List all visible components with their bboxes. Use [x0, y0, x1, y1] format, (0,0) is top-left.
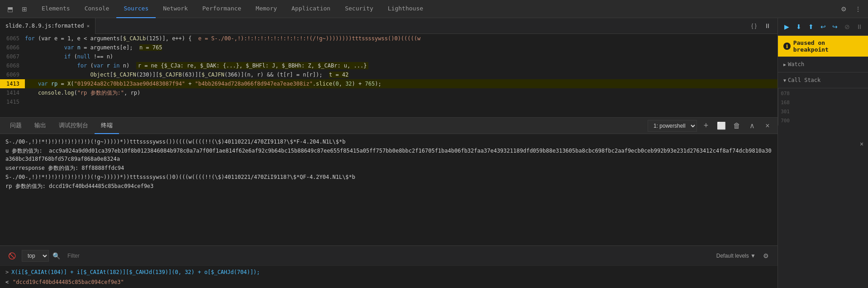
format-icon[interactable]: { }	[748, 19, 760, 32]
terminal-line-3: userresponse 参数的值为: 8ff8888ffdc94	[5, 164, 772, 172]
code-line-1414: 1414 console.log("rp 参数的值为:", rp)	[0, 88, 777, 97]
settings-icon[interactable]: ⚙	[837, 3, 850, 15]
tab-issues[interactable]: 问题	[4, 118, 28, 134]
watch-chevron: ▶	[783, 62, 786, 67]
step-into-button[interactable]: ⬆	[806, 21, 816, 33]
expression-result: "dccd19cf40bd44485c85bac094cef9e3"	[13, 279, 124, 285]
code-lines: 6065 for (var e = 1, e < arguments[$_CAJ…	[0, 34, 777, 117]
tab-elements[interactable]: Elements	[34, 0, 77, 18]
code-area: slide.7.8.9.js:formatted × { } ⏸ 6065 fo…	[0, 18, 777, 288]
more-options-icon[interactable]: ⋮	[852, 3, 864, 15]
expression-input-line: > X(i[$_CAIAt(104)] + i[$_CAIAt(182)][$_…	[0, 265, 777, 278]
terminal-line-1: S-./00-,!)!*!)!)!)!)!)!)!)(!g~)))))*))tt…	[5, 138, 772, 146]
main-tabs: Elements Console Sources Network Perform…	[34, 0, 837, 18]
tab-performance[interactable]: Performance	[195, 0, 248, 18]
tab-output[interactable]: 输出	[28, 118, 52, 134]
tab-application[interactable]: Application	[284, 0, 338, 18]
dock-icon[interactable]: ⬒	[4, 3, 16, 15]
console-panel: 问题 输出 调试控制台 终端 1: powershell + ⬜ 🗑 ∧ × S…	[0, 118, 777, 288]
terminal-line-2: u 参数的值为: acc9a024a9d0d01ca397eb10f8b0123…	[5, 147, 772, 163]
right-gutter-numbers: 078 168 301 700	[778, 88, 792, 125]
breakpoint-status: ℹ Paused on breakpoint	[778, 36, 868, 57]
tab-terminal[interactable]: 终端	[95, 118, 119, 134]
levels-button[interactable]: Default levels ▼	[716, 253, 756, 259]
resume-button[interactable]: ▶	[782, 21, 792, 33]
terminal-select[interactable]: 1: powershell	[648, 120, 697, 132]
console-tab-bar: 问题 输出 调试控制台 终端 1: powershell + ⬜ 🗑 ∧ ×	[0, 118, 777, 134]
code-line-6069: 6069 Object[$_CAJFN(230)][$_CAJFB(63)][$…	[0, 70, 777, 79]
context-select[interactable]: top	[22, 250, 49, 262]
tab-console[interactable]: Console	[77, 0, 117, 18]
tab-memory[interactable]: Memory	[248, 0, 284, 18]
deactivate-breakpoints-icon[interactable]: ⊘	[842, 21, 853, 33]
tab-debug-console[interactable]: 调试控制台	[52, 118, 95, 134]
step-button[interactable]: ↪	[830, 21, 840, 33]
split-terminal-icon[interactable]: ⬜	[715, 120, 728, 132]
pause-on-exceptions-icon[interactable]: ⏸	[854, 21, 864, 33]
gutter-num-3: 301	[778, 107, 792, 116]
horizontal-scrollbar[interactable]	[0, 117, 777, 118]
watch-section: ▶ Watch	[778, 57, 868, 72]
clear-console-icon[interactable]: 🚫	[5, 250, 18, 262]
console-input-bar: 🚫 top 🔍 Default levels ▼ ⚙	[0, 245, 777, 265]
layout-icon[interactable]: ⊞	[18, 3, 31, 15]
right-panel: ▶ ⬇ ⬆ ↩ ↪ ⊘ ⏸ ℹ Paused on breakpoint ▶ W…	[777, 18, 868, 288]
terminal-line-4: S-./00-,!)!*!)!)!)!)!)!)!)(!g~)))))*))tt…	[5, 173, 772, 181]
source-filename: slide.7.8.9.js:formatted	[5, 23, 84, 29]
info-icon: ℹ	[783, 43, 791, 50]
tab-lighthouse[interactable]: Lighthouse	[381, 0, 430, 18]
terminal-actions: 1: powershell + ⬜ 🗑 ∧ ×	[648, 120, 774, 132]
watch-header[interactable]: ▶ Watch	[783, 59, 863, 69]
code-line-6065: 6065 for (var e = 1, e < arguments[$_CAJ…	[0, 34, 777, 43]
expression-content: X(i[$_CAIAt(104)] + i[$_CAIAt(182)][$_CA…	[11, 269, 260, 275]
filter-icon: 🔍	[52, 252, 60, 259]
gutter-num-1: 078	[778, 89, 792, 98]
main-layout: slide.7.8.9.js:formatted × { } ⏸ 6065 fo…	[0, 18, 868, 288]
callstack-chevron: ▼	[783, 78, 786, 83]
tab-sources[interactable]: Sources	[116, 0, 156, 18]
add-terminal-icon[interactable]: +	[700, 120, 712, 132]
source-file-tab[interactable]: slide.7.8.9.js:formatted ×	[0, 18, 95, 34]
filter-input[interactable]	[64, 253, 713, 259]
scrollbar-thumb[interactable]	[36, 117, 118, 118]
code-line-1415: 1415	[0, 97, 777, 106]
topbar-right: ⚙ ⋮	[837, 3, 864, 15]
source-tab-bar: slide.7.8.9.js:formatted × { } ⏸	[0, 18, 777, 34]
debug-toolbar: ▶ ⬇ ⬆ ↩ ↪ ⊘ ⏸	[778, 18, 868, 36]
right-edge-actions: ×	[855, 138, 868, 150]
gutter-num-4: 700	[778, 116, 792, 125]
terminal-up-icon[interactable]: ∧	[746, 120, 758, 132]
paused-label: Paused on breakpoint	[793, 39, 863, 53]
terminal-close-icon[interactable]: ×	[761, 120, 774, 132]
code-line-1413: 1413 var rp = X("019924a82c70bb123aae90d…	[0, 79, 777, 88]
close-tab-icon[interactable]: ×	[86, 23, 90, 29]
code-line-6068: 6068 for (var r in n) r = ne {$_CJa: re,…	[0, 61, 777, 70]
watch-label: Watch	[788, 61, 804, 67]
terminal-line-5: rp 参数的值为: dccd19cf40bd44485c85bac094cef9…	[5, 182, 772, 190]
gutter-num-2: 168	[778, 98, 792, 107]
source-tab-actions: { } ⏸	[748, 19, 777, 32]
code-line-6067: 6067 if (null !== n)	[0, 52, 777, 61]
callstack-label: Call Stack	[788, 77, 820, 83]
step-over-button[interactable]: ⬇	[794, 21, 804, 33]
expression-result-line: < "dccd19cf40bd44485c85bac094cef9e3"	[0, 278, 777, 288]
expression-prompt: >	[5, 269, 9, 275]
devtools-icons: ⬒ ⊞	[4, 3, 31, 15]
close-right-panel-icon[interactable]: ×	[855, 138, 868, 150]
delete-terminal-icon[interactable]: 🗑	[730, 120, 743, 132]
callstack-section: ▼ Call Stack	[778, 72, 868, 88]
code-editor: 6065 for (var e = 1, e < arguments[$_CAJ…	[0, 34, 777, 118]
pause-icon[interactable]: ⏸	[761, 19, 774, 32]
terminal-output: S-./00-,!)!*!)!)!)!)!)!)!)(!g~)))))*))tt…	[0, 134, 777, 245]
step-out-button[interactable]: ↩	[818, 21, 828, 33]
tab-security[interactable]: Security	[338, 0, 381, 18]
tab-network[interactable]: Network	[156, 0, 195, 18]
top-nav-bar: ⬒ ⊞ Elements Console Sources Network Per…	[0, 0, 868, 18]
code-line-6066: 6066 var n = arguments[e]; n = 765	[0, 43, 777, 52]
console-settings-icon[interactable]: ⚙	[759, 250, 772, 262]
callstack-header[interactable]: ▼ Call Stack	[783, 75, 863, 85]
